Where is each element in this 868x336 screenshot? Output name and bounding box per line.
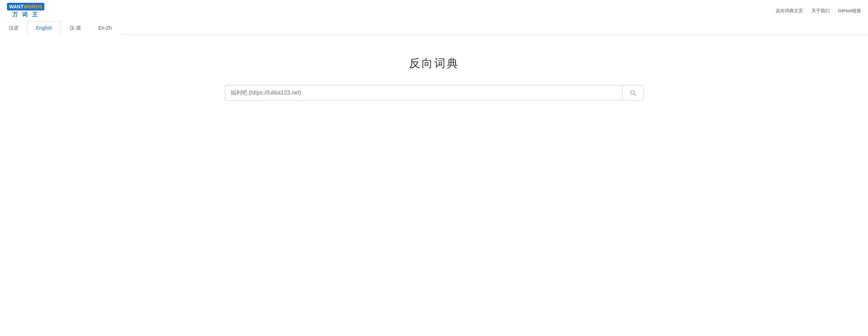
logo-want: WANTWORDS	[7, 3, 44, 10]
svg-line-1	[634, 94, 635, 96]
logo-words-text: WORDS	[23, 4, 42, 9]
nav-links: 反向词典主页 关于我们 GitHub链接	[776, 8, 861, 14]
tab-english[interactable]: English	[27, 21, 61, 35]
logo-want-text: WANT	[9, 4, 23, 9]
search-input[interactable]	[225, 85, 622, 100]
logo-image: WANTWORDS	[7, 3, 44, 10]
search-button[interactable]	[622, 85, 643, 100]
tabs: 汉语 English 汉-英 En-Zh	[0, 21, 868, 35]
nav-github-link[interactable]: GitHub链接	[838, 8, 861, 14]
nav-about-us[interactable]: 关于我们	[811, 8, 830, 14]
tab-chinese[interactable]: 汉语	[0, 21, 27, 35]
search-icon	[629, 89, 636, 96]
page-title: 反向词典	[409, 56, 459, 71]
search-container	[225, 85, 644, 100]
header: WANTWORDS 万 词 王 反向词典主页 关于我们 GitHub链接	[0, 0, 868, 21]
main-content: 反向词典	[0, 35, 868, 100]
logo-chinese: 万 词 王	[12, 11, 39, 18]
tab-en-zh[interactable]: En-Zh	[90, 21, 121, 35]
nav-dictionary-home[interactable]: 反向词典主页	[776, 8, 803, 14]
logo-area: WANTWORDS 万 词 王	[7, 3, 44, 18]
tab-zh-en[interactable]: 汉-英	[61, 21, 90, 35]
